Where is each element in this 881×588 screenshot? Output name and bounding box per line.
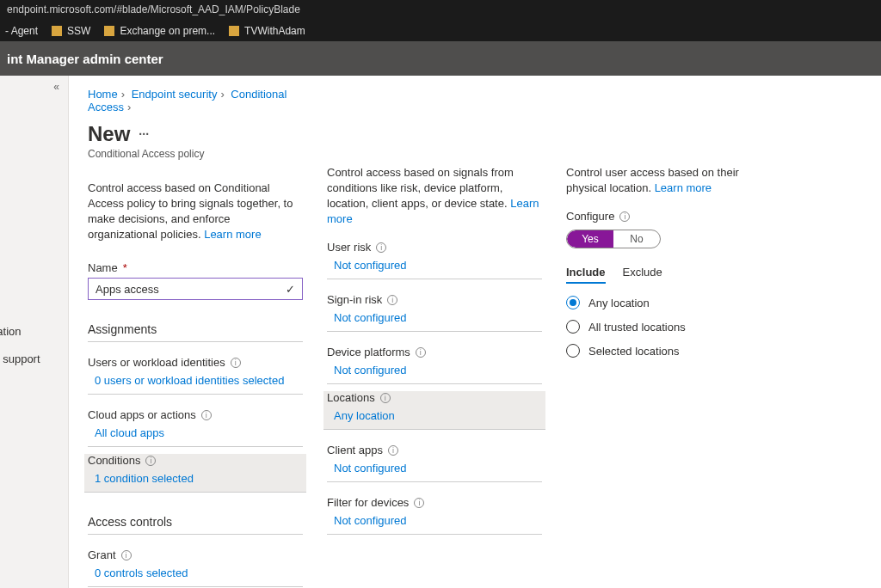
condition-value[interactable]: Not configured: [334, 514, 542, 527]
tab-include[interactable]: Include: [566, 266, 606, 284]
info-icon[interactable]: i: [619, 211, 630, 222]
conditions-value[interactable]: 1 condition selected: [95, 472, 303, 485]
condition-value[interactable]: Not configured: [334, 364, 542, 377]
condition-row[interactable]: Client appsiNot configured: [327, 444, 542, 482]
required-star: *: [123, 261, 127, 274]
conditions-row[interactable]: Conditionsi 1 condition selected: [84, 454, 306, 493]
radio-icon: [566, 296, 580, 309]
apps-value[interactable]: All cloud apps: [95, 426, 303, 439]
info-icon[interactable]: i: [121, 550, 132, 560]
policy-description: Control access based on Conditional Acce…: [88, 181, 303, 242]
sidebar: « y ration + support: [0, 76, 69, 588]
info-icon[interactable]: i: [231, 358, 241, 368]
sidebar-item[interactable]: ration: [0, 318, 40, 346]
grant-row[interactable]: Granti 0 controls selected: [88, 548, 303, 587]
condition-value[interactable]: Not configured: [334, 311, 542, 324]
page-subtitle: Conditional Access policy: [88, 148, 303, 160]
bookmark-tvwithadam[interactable]: TVWithAdam: [229, 25, 305, 37]
toggle-no[interactable]: No: [613, 230, 660, 248]
location-option[interactable]: Selected locations: [566, 344, 781, 358]
url-text: endpoint.microsoft.com/#blade/Microsoft_…: [7, 3, 300, 15]
info-icon[interactable]: i: [387, 295, 397, 305]
info-icon[interactable]: i: [388, 445, 398, 456]
condition-value[interactable]: Any location: [334, 409, 542, 422]
folder-icon: [52, 26, 62, 36]
info-icon[interactable]: i: [201, 410, 212, 420]
condition-value[interactable]: Not configured: [334, 462, 542, 475]
bookmarks-bar: - Agent SSW Exchange on prem... TVWithAd…: [0, 21, 881, 41]
location-option[interactable]: All trusted locations: [566, 320, 781, 334]
location-option[interactable]: Any location: [566, 296, 781, 309]
conditions-description: Control access based on signals from con…: [327, 165, 542, 227]
condition-row[interactable]: Device platformsiNot configured: [327, 346, 542, 384]
sidebar-nav-partial: y ration + support: [0, 222, 40, 373]
app-title: int Manager admin center: [7, 52, 163, 66]
collapse-icon[interactable]: «: [53, 81, 59, 93]
folder-icon: [104, 26, 114, 36]
address-bar[interactable]: endpoint.microsoft.com/#blade/Microsoft_…: [0, 0, 881, 21]
radio-icon: [566, 344, 580, 358]
bookmark-ssw[interactable]: SSW: [52, 25, 90, 37]
column-policy: Home› Endpoint security› Conditional Acc…: [88, 88, 303, 576]
users-row[interactable]: Users or workload identitiesi 0 users or…: [88, 356, 303, 395]
radio-icon: [566, 320, 580, 334]
info-icon[interactable]: i: [376, 242, 386, 253]
name-label: Name*: [88, 261, 303, 274]
include-exclude-tabs: Include Exclude: [566, 266, 781, 284]
breadcrumb-home[interactable]: Home: [88, 88, 118, 101]
info-icon[interactable]: i: [414, 498, 424, 508]
toggle-yes[interactable]: Yes: [567, 230, 613, 248]
column-conditions: Control access based on signals from con…: [327, 88, 542, 576]
locations-description: Control user access based on their physi…: [566, 165, 781, 196]
configure-toggle[interactable]: Yes No: [566, 230, 661, 248]
sidebar-item[interactable]: y: [0, 222, 40, 249]
users-value[interactable]: 0 users or workload identities selected: [95, 374, 303, 387]
assignments-heading: Assignments: [88, 322, 303, 342]
info-icon[interactable]: i: [380, 393, 391, 403]
condition-row[interactable]: Sign-in riskiNot configured: [327, 293, 542, 332]
location-options: Any locationAll trusted locationsSelecte…: [566, 296, 781, 358]
condition-value[interactable]: Not configured: [334, 259, 542, 272]
sidebar-item[interactable]: + support: [0, 346, 40, 373]
info-icon[interactable]: i: [416, 347, 426, 358]
page-title: New ···: [88, 122, 303, 146]
column-locations: Control user access based on their physi…: [566, 88, 781, 576]
configure-label: Configurei: [566, 210, 781, 223]
name-input[interactable]: Apps access ✓: [88, 278, 303, 300]
app-header: int Manager admin center: [0, 41, 881, 76]
learn-more-link[interactable]: Learn more: [655, 181, 712, 194]
condition-row[interactable]: Filter for devicesiNot configured: [327, 496, 542, 535]
check-icon: ✓: [286, 283, 295, 296]
info-icon[interactable]: i: [145, 456, 156, 466]
folder-icon: [229, 26, 239, 36]
condition-row[interactable]: User riskiNot configured: [327, 241, 542, 279]
access-controls-heading: Access controls: [88, 515, 303, 535]
breadcrumb: Home› Endpoint security› Conditional Acc…: [88, 88, 303, 113]
bookmark-exchange[interactable]: Exchange on prem...: [104, 25, 215, 37]
condition-row[interactable]: LocationsiAny location: [323, 391, 545, 430]
breadcrumb-endpoint[interactable]: Endpoint security: [132, 88, 218, 101]
tab-exclude[interactable]: Exclude: [623, 266, 662, 284]
bookmark-agent[interactable]: - Agent: [5, 25, 38, 37]
grant-value[interactable]: 0 controls selected: [95, 567, 303, 579]
more-icon[interactable]: ···: [139, 127, 149, 141]
apps-row[interactable]: Cloud apps or actionsi All cloud apps: [88, 408, 303, 447]
learn-more-link[interactable]: Learn more: [204, 228, 261, 241]
